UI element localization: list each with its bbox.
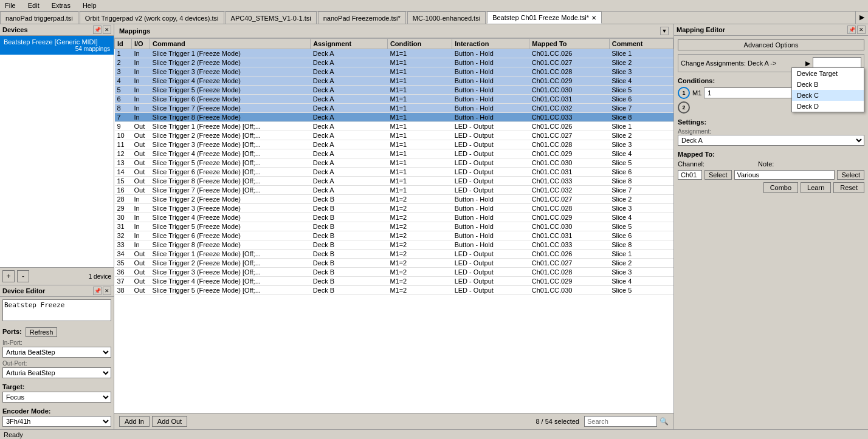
device-list[interactable]: Beatstep Freeze [Generic MIDI] 54 mappin… [0, 36, 114, 267]
assignment-label: Assignment: [678, 128, 864, 135]
table-row[interactable]: 1InSlice Trigger 1 (Freeze Mode)Deck AM1… [115, 49, 673, 58]
mapping-editor-pin-icon[interactable]: 📌 [847, 26, 856, 34]
channel-input[interactable] [678, 170, 702, 180]
devices-close-icon[interactable]: ✕ [103, 26, 111, 34]
deck-dropdown: Device Target Deck B Deck C Deck D [791, 67, 864, 112]
table-row[interactable]: 14OutSlice Trigger 6 (Freeze Mode) [Off;… [115, 168, 673, 177]
table-footer: Add In Add Out 8 / 54 selected 🔍 [114, 413, 673, 429]
dropdown-item-deck-c[interactable]: Deck C [792, 90, 864, 101]
dropdown-item-deck-d[interactable]: Deck D [792, 101, 864, 112]
col-assignment[interactable]: Assignment [311, 39, 388, 49]
combo-button[interactable]: Combo [763, 182, 798, 193]
assignment-select[interactable]: Deck A [678, 135, 864, 146]
tab-4[interactable]: MC-1000-enhanced.tsi [407, 12, 486, 24]
ports-section: Ports: Refresh In-Port: Arturia BeatStep… [0, 325, 114, 381]
search-icon: 🔍 [660, 417, 669, 426]
tab-5-label: Beatstep Ch01 Freeze Mode.tsi* [492, 14, 589, 21]
in-port-select[interactable]: Arturia BeatStep [2, 347, 111, 358]
add-out-button[interactable]: Add Out [152, 416, 187, 427]
search-input[interactable] [584, 416, 657, 427]
table-row[interactable]: 8InSlice Trigger 7 (Freeze Mode)Deck AM1… [115, 104, 673, 113]
change-assignments-arrow: ▶ [805, 60, 810, 67]
add-in-button[interactable]: Add In [119, 416, 150, 427]
col-io[interactable]: I/O [132, 39, 150, 49]
reset-button[interactable]: Reset [833, 182, 864, 193]
target-label: Target: [2, 383, 111, 390]
menu-edit[interactable]: Edit [26, 1, 42, 10]
table-row[interactable]: 31InSlice Trigger 5 (Freeze Mode)Deck BM… [115, 222, 673, 231]
table-row[interactable]: 15OutSlice Trigger 8 (Freeze Mode) [Off;… [115, 177, 673, 186]
table-row[interactable]: 36OutSlice Trigger 3 (Freeze Mode) [Off;… [115, 268, 673, 277]
table-row[interactable]: 33InSlice Trigger 8 (Freeze Mode)Deck BM… [115, 240, 673, 250]
col-mapped-to[interactable]: Mapped To [529, 39, 609, 49]
table-row[interactable]: 4InSlice Trigger 4 (Freeze Mode)Deck AM1… [115, 77, 673, 86]
table-row[interactable]: 37OutSlice Trigger 4 (Freeze Mode) [Off;… [115, 277, 673, 286]
table-row[interactable]: 9OutSlice Trigger 1 (Freeze Mode) [Off;.… [115, 122, 673, 131]
select-channel-button[interactable]: Select [704, 170, 732, 180]
mappings-header: Mappings ▼ [114, 24, 673, 38]
device-name-input[interactable] [2, 299, 111, 321]
table-row[interactable]: 35OutSlice Trigger 2 (Freeze Mode) [Off;… [115, 259, 673, 268]
table-row[interactable]: 13OutSlice Trigger 5 (Freeze Mode) [Off;… [115, 158, 673, 168]
table-row[interactable]: 7InSlice Trigger 8 (Freeze Mode)Deck AM1… [115, 113, 673, 122]
remove-device-button[interactable]: - [17, 270, 29, 282]
add-device-button[interactable]: + [2, 270, 15, 282]
col-interaction[interactable]: Interaction [452, 39, 529, 49]
devices-panel-header: Devices 📌 ✕ [0, 24, 114, 36]
device-editor-pin-icon[interactable]: 📌 [93, 287, 102, 295]
table-row[interactable]: 30InSlice Trigger 4 (Freeze Mode)Deck BM… [115, 213, 673, 222]
table-row[interactable]: 10OutSlice Trigger 2 (Freeze Mode) [Off;… [115, 131, 673, 140]
device-item-0[interactable]: Beatstep Freeze [Generic MIDI] 54 mappin… [0, 36, 114, 55]
table-row[interactable]: 2InSlice Trigger 2 (Freeze Mode)Deck AM1… [115, 58, 673, 67]
table-row[interactable]: 28InSlice Trigger 2 (Freeze Mode)Deck BM… [115, 195, 673, 204]
table-row[interactable]: 3InSlice Trigger 3 (Freeze Mode)Deck AM1… [115, 67, 673, 77]
mappings-table-container[interactable]: Id I/O Command Assignment Condition Inte… [114, 38, 673, 413]
menu-help[interactable]: Help [80, 1, 99, 10]
tab-2[interactable]: APC40_STEMS_V1-0-1.tsi [226, 12, 317, 24]
learn-button[interactable]: Learn [801, 182, 831, 193]
table-row[interactable]: 12OutSlice Trigger 4 (Freeze Mode) [Off;… [115, 149, 673, 158]
change-assignments-label: Change Assignments: Deck A -> [681, 60, 803, 67]
dropdown-item-deck-b[interactable]: Deck B [792, 79, 864, 90]
out-port-select[interactable]: Arturia BeatStep [2, 367, 111, 378]
table-row[interactable]: 34OutSlice Trigger 1 (Freeze Mode) [Off;… [115, 250, 673, 259]
condition-1-label: M1 [692, 89, 701, 97]
table-row[interactable]: 16OutSlice Trigger 7 (Freeze Mode) [Off;… [115, 186, 673, 195]
mapping-editor-close-icon[interactable]: ✕ [857, 26, 866, 34]
note-input[interactable] [734, 170, 835, 180]
mapping-editor-title: Mapping Editor [677, 26, 725, 33]
tab-0[interactable]: nanoPad triggerpad.tsi [0, 12, 78, 24]
right-panel: Mapping Editor 📌 ✕ Advanced Options Chan… [673, 24, 868, 429]
dropdown-item-device-target[interactable]: Device Target [792, 68, 864, 79]
devices-pin-icon[interactable]: 📌 [93, 26, 102, 34]
table-row[interactable]: 11OutSlice Trigger 3 (Freeze Mode) [Off;… [115, 140, 673, 149]
mappings-panel-icon[interactable]: ▼ [660, 27, 669, 35]
select-note-button[interactable]: Select [837, 170, 864, 180]
table-row[interactable]: 6InSlice Trigger 6 (Freeze Mode)Deck AM1… [115, 95, 673, 104]
center-panel: Mappings ▼ Id I/O Command Assignment Con… [114, 24, 673, 429]
action-buttons: Combo Learn Reset [678, 182, 864, 193]
status-bar: Ready [0, 429, 868, 439]
tab-5[interactable]: Beatstep Ch01 Freeze Mode.tsi* ✕ [487, 12, 602, 24]
col-condition[interactable]: Condition [387, 39, 452, 49]
encoder-select[interactable]: 3Fh/41h [2, 416, 111, 427]
tab-3[interactable]: nanoPad Freezemode.tsi* [318, 12, 406, 24]
table-row[interactable]: 38OutSlice Trigger 5 (Freeze Mode) [Off;… [115, 286, 673, 295]
tab-scroll-right[interactable]: ▶ [855, 12, 868, 24]
device-editor-close-icon[interactable]: ✕ [103, 287, 111, 295]
tab-5-close[interactable]: ✕ [591, 15, 596, 21]
tab-2-label: APC40_STEMS_V1-0-1.tsi [231, 15, 311, 22]
target-select[interactable]: Focus [2, 392, 111, 403]
menu-file[interactable]: File [2, 1, 18, 10]
table-row[interactable]: 5InSlice Trigger 5 (Freeze Mode)Deck AM1… [115, 86, 673, 95]
refresh-button[interactable]: Refresh [26, 327, 58, 337]
advanced-options-button[interactable]: Advanced Options [678, 39, 864, 50]
col-comment[interactable]: Comment [609, 39, 673, 49]
col-command[interactable]: Command [150, 39, 311, 49]
col-id[interactable]: Id [115, 39, 132, 49]
encoder-section: Encoder Mode: 3Fh/41h [0, 405, 114, 429]
table-row[interactable]: 32InSlice Trigger 6 (Freeze Mode)Deck BM… [115, 231, 673, 240]
table-row[interactable]: 29InSlice Trigger 3 (Freeze Mode)Deck BM… [115, 204, 673, 213]
menu-extras[interactable]: Extras [49, 1, 73, 10]
tab-1[interactable]: Orbit Triggerpad v2 (work copy, 4 device… [80, 12, 224, 24]
